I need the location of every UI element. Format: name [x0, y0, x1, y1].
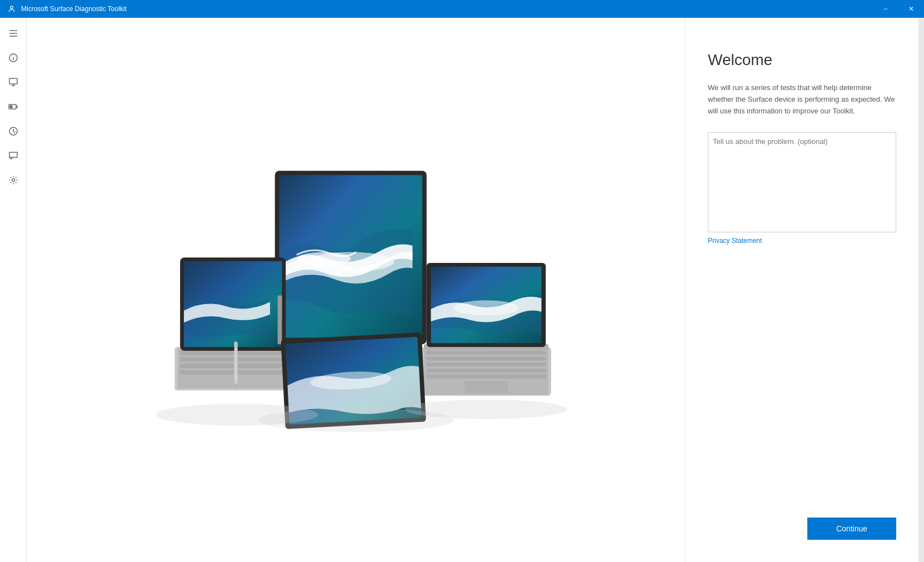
svg-rect-27 — [180, 364, 283, 368]
app-title: Microsoft Surface Diagnostic Toolkit — [21, 5, 917, 13]
sidebar-item-info[interactable] — [2, 47, 24, 69]
continue-button[interactable]: Continue — [807, 518, 896, 540]
right-panel: Welcome We will run a series of tests th… — [685, 18, 918, 562]
scrollbar-track[interactable] — [918, 18, 924, 562]
svg-point-15 — [12, 179, 14, 182]
svg-point-46 — [453, 300, 518, 315]
svg-rect-7 — [9, 78, 17, 84]
svg-rect-42 — [465, 381, 508, 392]
svg-rect-32 — [234, 341, 237, 385]
svg-rect-37 — [426, 351, 546, 355]
svg-rect-31 — [277, 295, 282, 344]
svg-point-22 — [296, 252, 351, 265]
svg-rect-34 — [234, 341, 237, 348]
minimize-button[interactable]: − — [873, 0, 898, 18]
welcome-title: Welcome — [708, 51, 896, 69]
title-bar: Microsoft Surface Diagnostic Toolkit − ✕ — [0, 0, 924, 18]
app-container: Welcome We will run a series of tests th… — [0, 18, 924, 562]
sidebar-item-display[interactable] — [2, 71, 24, 93]
svg-rect-26 — [180, 357, 283, 361]
svg-rect-38 — [426, 356, 546, 360]
main-content: Welcome We will run a series of tests th… — [27, 18, 924, 562]
svg-point-52 — [404, 399, 567, 419]
svg-rect-41 — [426, 375, 546, 379]
svg-point-0 — [11, 6, 13, 9]
svg-rect-28 — [180, 370, 283, 375]
sidebar-item-settings[interactable] — [2, 169, 24, 191]
svg-rect-39 — [426, 362, 546, 366]
svg-rect-25 — [180, 351, 283, 355]
devices-image-section — [27, 18, 685, 562]
sidebar-item-menu[interactable] — [2, 22, 24, 44]
sidebar-item-feedback[interactable] — [2, 145, 24, 167]
sidebar-item-battery[interactable] — [2, 96, 24, 118]
svg-point-6 — [13, 56, 14, 57]
svg-rect-13 — [9, 106, 12, 108]
welcome-description: We will run a series of tests that will … — [708, 82, 896, 117]
sidebar-item-history[interactable] — [2, 120, 24, 142]
privacy-statement-link[interactable]: Privacy Statement — [708, 237, 896, 245]
sidebar — [0, 18, 27, 562]
close-button[interactable]: ✕ — [898, 0, 924, 18]
surface-devices-illustration — [139, 133, 573, 447]
problem-textarea[interactable] — [708, 132, 896, 232]
window-controls: − ✕ — [873, 0, 924, 18]
svg-point-33 — [234, 383, 237, 386]
app-icon — [7, 4, 17, 14]
svg-rect-40 — [426, 369, 546, 372]
